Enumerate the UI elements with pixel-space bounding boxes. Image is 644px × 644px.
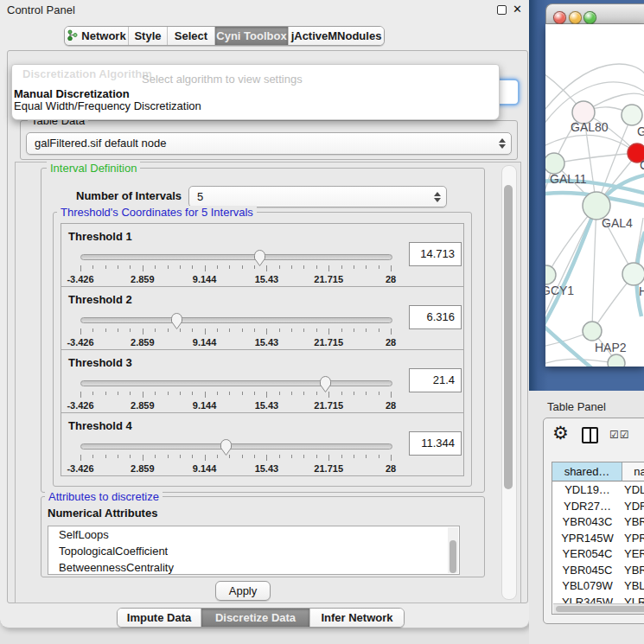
tab-discretize-data[interactable]: Discretize Data bbox=[201, 609, 310, 627]
network-node[interactable] bbox=[622, 263, 644, 285]
list-scrollbar[interactable] bbox=[448, 527, 458, 573]
threshold-value-field[interactable]: 21.4 bbox=[409, 368, 462, 392]
cell-name[interactable]: YBR0 bbox=[624, 513, 644, 530]
tick-label: 9.144 bbox=[193, 400, 217, 411]
tick-label: -3.426 bbox=[67, 400, 93, 411]
table-data-combobox[interactable]: galFiltered.sif default node bbox=[26, 132, 512, 155]
float-window-icon[interactable] bbox=[497, 5, 507, 15]
table-h-scrollbar[interactable] bbox=[553, 603, 644, 614]
table-row[interactable]: YBR043CYBR0 bbox=[552, 513, 644, 530]
attributes-legend: Attributes to discretize bbox=[45, 490, 163, 503]
table-row[interactable]: YDL19…YDL1 bbox=[552, 481, 644, 498]
gear-icon[interactable]: ⚙ bbox=[552, 423, 569, 443]
column-header-name[interactable]: name bbox=[622, 462, 644, 481]
cell-name[interactable]: YDL1 bbox=[624, 481, 644, 498]
apply-button[interactable]: Apply bbox=[215, 581, 271, 601]
column-header-shared-name[interactable]: shared… bbox=[552, 462, 622, 481]
table-h-scrollbar-thumb[interactable] bbox=[556, 606, 644, 612]
tick-label: 15.43 bbox=[255, 337, 279, 348]
tick-mark bbox=[180, 455, 181, 458]
tick-mark bbox=[341, 392, 342, 395]
close-traffic-light[interactable] bbox=[553, 11, 566, 24]
list-scrollbar-thumb[interactable] bbox=[450, 540, 456, 573]
menu-item-manual-discretization[interactable]: Manual Discretization bbox=[14, 88, 497, 100]
table-row[interactable]: YDR27…YDR2 bbox=[552, 498, 644, 514]
cell-shared-name[interactable]: YBL079W bbox=[552, 577, 622, 594]
threshold-value-field[interactable]: 6.316 bbox=[409, 305, 462, 329]
tick-mark bbox=[168, 455, 169, 458]
tick-mark bbox=[229, 392, 230, 395]
network-icon bbox=[67, 29, 78, 43]
tick-mark bbox=[379, 265, 379, 269]
network-canvas[interactable]: GAL80GACGAL11GAL4GCY1HHAP2 bbox=[545, 24, 644, 367]
threshold-slider[interactable]: -3.4262.8599.14415.4321.71528 bbox=[80, 248, 391, 274]
threshold-value-field[interactable]: 11.344 bbox=[409, 431, 462, 456]
tick-mark bbox=[130, 392, 131, 395]
slider-handle[interactable] bbox=[170, 312, 183, 330]
tab-network[interactable]: Network bbox=[65, 27, 129, 45]
cell-name[interactable]: YPR1 bbox=[624, 530, 644, 546]
cell-shared-name[interactable]: YDR27… bbox=[552, 498, 622, 514]
table-row[interactable]: YBR045CYBR0 bbox=[552, 562, 644, 578]
threshold-slider[interactable]: -3.4262.8599.14415.4321.71528 bbox=[80, 437, 391, 463]
cell-shared-name[interactable]: YER054C bbox=[552, 545, 622, 562]
tick-mark bbox=[168, 392, 169, 395]
tab-infer-network[interactable]: Infer Network bbox=[310, 609, 404, 627]
cell-name[interactable]: YBR0 bbox=[624, 562, 644, 578]
cell-name[interactable]: YDR2 bbox=[624, 498, 644, 514]
threshold-panel-4: Threshold 4-3.4262.8599.14415.4321.71528… bbox=[61, 412, 464, 476]
threshold-panel-2: Threshold 2-3.4262.8599.14415.4321.71528… bbox=[61, 286, 464, 350]
list-item[interactable]: TopologicalCoefficient bbox=[48, 543, 459, 559]
cell-shared-name[interactable]: YPR145W bbox=[552, 530, 622, 546]
tick-mark bbox=[130, 328, 131, 332]
network-node[interactable] bbox=[622, 105, 642, 125]
network-window-titlebar[interactable] bbox=[545, 3, 644, 24]
threshold-slider[interactable]: -3.4262.8599.14415.4321.71528 bbox=[80, 374, 391, 400]
settings-scrollbar[interactable] bbox=[501, 165, 517, 600]
table-row[interactable]: YPR145WYPR1 bbox=[552, 530, 644, 546]
tick-mark bbox=[105, 265, 106, 269]
numerical-attributes-list[interactable]: SelfLoopsTopologicalCoefficientBetweenne… bbox=[48, 526, 460, 575]
network-node[interactable] bbox=[545, 153, 564, 174]
slider-handle[interactable] bbox=[253, 249, 266, 267]
tick-mark bbox=[229, 265, 230, 269]
checkbox-icons[interactable]: ☑☑ bbox=[609, 429, 630, 441]
number-of-intervals-combobox[interactable]: 5 bbox=[188, 186, 447, 207]
list-item[interactable]: BetweennessCentrality bbox=[48, 559, 459, 575]
slider-handle[interactable] bbox=[319, 375, 332, 393]
settings-scrollbar-thumb[interactable] bbox=[504, 185, 513, 489]
table-row[interactable]: YER054CYER0 bbox=[552, 545, 644, 562]
tick-mark bbox=[217, 328, 218, 332]
tick-mark bbox=[303, 328, 304, 332]
cell-name[interactable]: YER0 bbox=[624, 545, 644, 562]
tab-select[interactable]: Select bbox=[168, 27, 215, 45]
cell-name[interactable]: YBL0 bbox=[624, 577, 644, 594]
threshold-slider[interactable]: -3.4262.8599.14415.4321.71528 bbox=[80, 311, 391, 337]
threshold-label: Threshold 4 bbox=[68, 419, 132, 432]
minimize-traffic-light[interactable] bbox=[569, 11, 582, 24]
cell-shared-name[interactable]: YBR045C bbox=[552, 562, 622, 578]
menu-item-equal-width-frequency[interactable]: Equal Width/Frequency Discretization bbox=[14, 100, 497, 112]
tab-cyni-toolbox[interactable]: Cyni Toolbox bbox=[215, 27, 289, 45]
algorithm-dropdown-popup: Discretization Algorithm Select algorith… bbox=[11, 64, 500, 120]
number-of-intervals-value: 5 bbox=[197, 187, 203, 207]
close-icon[interactable]: ✕ bbox=[513, 3, 522, 16]
list-item[interactable]: SelfLoops bbox=[48, 526, 459, 543]
table-row[interactable]: YBL079WYBL0 bbox=[552, 577, 644, 594]
tab-label: Impute Data bbox=[127, 611, 191, 624]
split-columns-icon[interactable] bbox=[582, 427, 598, 443]
cell-shared-name[interactable]: YBR043C bbox=[552, 513, 622, 530]
tab-jactivemnodules[interactable]: jActiveMNodules bbox=[289, 27, 384, 45]
control-panel-titlebar[interactable]: Control Panel ✕ bbox=[0, 0, 529, 19]
zoom-traffic-light[interactable] bbox=[583, 11, 596, 24]
slider-handle[interactable] bbox=[220, 438, 233, 456]
cell-shared-name[interactable]: YDL19… bbox=[552, 481, 622, 498]
tick-mark bbox=[291, 328, 292, 332]
network-node[interactable] bbox=[608, 354, 625, 367]
tick-mark bbox=[391, 392, 392, 398]
tab-style[interactable]: Style bbox=[129, 27, 168, 45]
network-node[interactable] bbox=[545, 265, 556, 284]
network-node[interactable] bbox=[583, 322, 602, 341]
tab-impute-data[interactable]: Impute Data bbox=[118, 609, 201, 627]
threshold-value-field[interactable]: 14.713 bbox=[409, 242, 462, 266]
